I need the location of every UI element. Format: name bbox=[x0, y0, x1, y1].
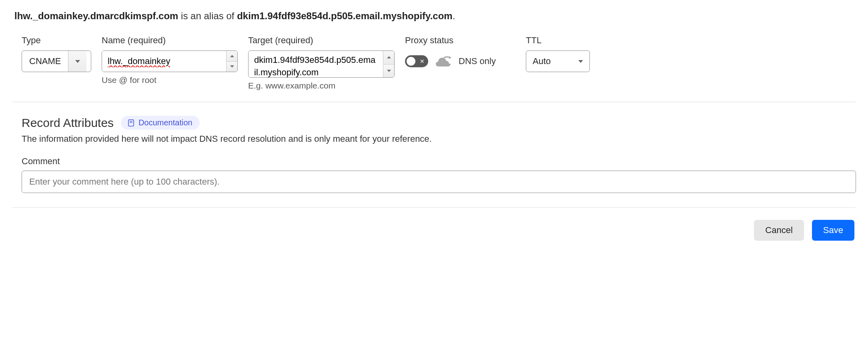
documentation-label: Documentation bbox=[138, 118, 192, 127]
spinner-up-icon[interactable] bbox=[383, 51, 394, 64]
chevron-down-icon bbox=[68, 51, 86, 72]
alias-period: . bbox=[453, 10, 455, 21]
type-value: CNAME bbox=[22, 51, 68, 72]
alias-source: lhw._domainkey.dmarcdkimspf.com bbox=[14, 10, 178, 21]
alias-summary: lhw._domainkey.dmarcdkimspf.com is an al… bbox=[12, 10, 856, 22]
ttl-field-group: TTL Auto bbox=[526, 35, 590, 91]
attrs-description: The information provided here will not i… bbox=[22, 134, 856, 144]
documentation-link[interactable]: Documentation bbox=[121, 116, 200, 130]
ttl-value: Auto bbox=[533, 56, 551, 66]
type-field-group: Type CNAME bbox=[22, 35, 91, 91]
proxy-field-group: Proxy status ✕ DNS only bbox=[405, 35, 515, 91]
cloud-icon bbox=[435, 55, 452, 67]
attrs-title: Record Attributes bbox=[22, 116, 114, 130]
type-select[interactable]: CNAME bbox=[22, 50, 91, 72]
target-input-wrap bbox=[248, 50, 395, 78]
alias-middle: is an alias of bbox=[178, 10, 237, 21]
toggle-knob bbox=[407, 57, 415, 66]
attrs-header: Record Attributes Documentation bbox=[22, 116, 856, 130]
name-input-wrap bbox=[102, 50, 238, 72]
spinner-down-icon[interactable] bbox=[383, 64, 394, 78]
target-hint: E.g. www.example.com bbox=[248, 81, 395, 91]
target-input[interactable] bbox=[249, 51, 383, 77]
proxy-toggle[interactable]: ✕ bbox=[405, 55, 428, 67]
proxy-label: Proxy status bbox=[405, 35, 515, 46]
spinner-down-icon[interactable] bbox=[227, 61, 237, 72]
comment-label: Comment bbox=[22, 156, 856, 167]
target-label: Target (required) bbox=[248, 35, 395, 46]
svg-rect-1 bbox=[128, 120, 134, 126]
alias-target: dkim1.94fdf93e854d.p505.email.myshopify.… bbox=[237, 10, 452, 21]
record-attributes-section: Record Attributes Documentation The info… bbox=[12, 102, 856, 208]
cancel-button[interactable]: Cancel bbox=[754, 220, 804, 241]
book-icon bbox=[128, 119, 134, 127]
proxy-control: ✕ DNS only bbox=[405, 50, 515, 72]
ttl-label: TTL bbox=[526, 35, 590, 46]
close-icon: ✕ bbox=[420, 58, 425, 64]
target-spinner bbox=[383, 51, 394, 77]
chevron-down-icon bbox=[578, 60, 583, 63]
target-field-group: Target (required) E.g. www.example.com bbox=[248, 35, 395, 91]
name-hint: Use @ for root bbox=[102, 75, 238, 85]
comment-input[interactable] bbox=[22, 171, 856, 193]
name-input[interactable] bbox=[102, 51, 226, 72]
name-label: Name (required) bbox=[102, 35, 238, 46]
proxy-status-text: DNS only bbox=[459, 56, 496, 66]
ttl-select[interactable]: Auto bbox=[526, 50, 590, 72]
type-label: Type bbox=[22, 35, 91, 46]
name-spinner bbox=[226, 51, 237, 72]
spinner-up-icon[interactable] bbox=[227, 51, 237, 61]
record-fields: Type CNAME Name (required) Use @ for roo… bbox=[12, 35, 856, 102]
name-field-group: Name (required) Use @ for root bbox=[102, 35, 238, 91]
footer-actions: Cancel Save bbox=[12, 208, 856, 241]
save-button[interactable]: Save bbox=[812, 220, 854, 241]
svg-marker-0 bbox=[449, 56, 451, 59]
